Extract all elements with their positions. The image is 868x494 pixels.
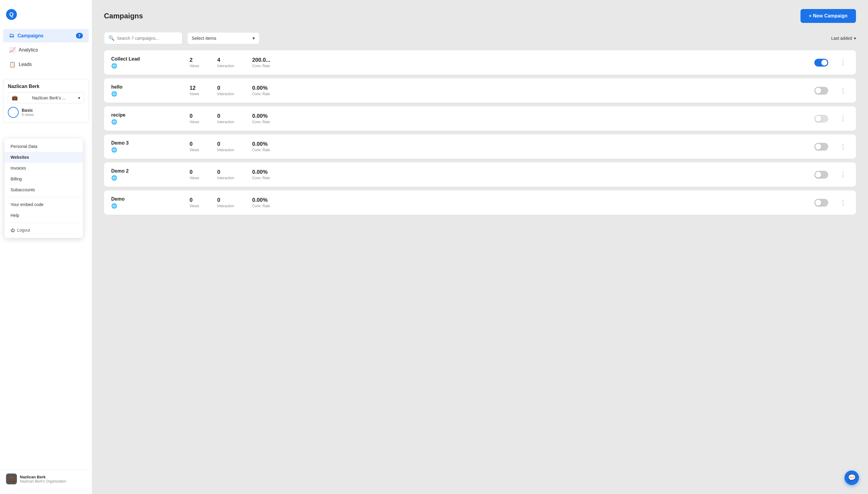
stat-interaction: 0 Interaction	[217, 141, 234, 152]
logout-label: Logout	[17, 228, 30, 232]
user-name: Nazlican Berk	[8, 84, 84, 89]
interaction-label: Interaction	[217, 148, 234, 152]
campaign-name: Demo	[111, 196, 178, 202]
plan-info: Basic 0 views	[8, 107, 84, 118]
campaign-stats: 0 Views 0 Interaction 0.00% Conv. Rate	[178, 141, 814, 152]
sidebar-item-analytics[interactable]: 📈 Analytics	[3, 43, 89, 57]
campaign-card: Collect Lead 🌐 2 Views 4 Interaction 200…	[104, 50, 856, 75]
conv-rate-value: 0.00%	[252, 197, 270, 203]
more-options-button[interactable]: ⋮	[837, 197, 849, 208]
more-options-button[interactable]: ⋮	[837, 170, 849, 180]
workspace-label: Nazlican Berk's ...	[32, 95, 66, 100]
conv-rate-value: 0.00%	[252, 141, 270, 147]
more-options-button[interactable]: ⋮	[837, 58, 849, 68]
sort-chevron-icon: ▾	[854, 36, 856, 41]
campaigns-icon: 🗂	[9, 33, 15, 39]
views-label: Views	[189, 176, 199, 180]
stat-views: 0 Views	[189, 141, 199, 152]
sidebar-item-leads[interactable]: 📋 Leads	[3, 58, 89, 71]
conv-rate-label: Conv. Rate	[252, 64, 270, 68]
toggle-knob	[815, 200, 821, 206]
chat-button[interactable]: 💬	[845, 471, 859, 485]
interaction-label: Interaction	[217, 204, 234, 208]
interaction-label: Interaction	[217, 64, 234, 68]
dropdown-embed-code[interactable]: Your embed code	[4, 199, 83, 210]
toggle-switch[interactable]	[814, 59, 828, 66]
dropdown-subaccounts[interactable]: Subaccounts	[4, 184, 83, 195]
toggle-switch[interactable]	[814, 199, 828, 207]
campaign-globe-icon: 🌐	[111, 119, 117, 125]
campaign-info: Demo 3 🌐	[111, 140, 178, 153]
conv-rate-value: 0.00%	[252, 85, 270, 91]
stat-conv-rate: 0.00% Conv. Rate	[252, 113, 270, 124]
dropdown-logout[interactable]: ⏻ Logout	[4, 225, 83, 235]
campaign-toggle[interactable]	[814, 143, 828, 151]
stat-conv-rate: 0.00% Conv. Rate	[252, 197, 270, 208]
leads-label: Leads	[19, 62, 32, 67]
stat-views: 0 Views	[189, 113, 199, 124]
dropdown-personal-data[interactable]: Personal Data	[4, 141, 83, 152]
toggle-switch[interactable]	[814, 87, 828, 95]
views-value: 2	[189, 57, 199, 63]
more-options-button[interactable]: ⋮	[837, 114, 849, 124]
conv-rate-label: Conv. Rate	[252, 176, 270, 180]
select-filter[interactable]: Select items ▾	[187, 32, 259, 44]
bottom-user-name: Nazlican Berk	[20, 475, 66, 479]
campaign-card: Demo 🌐 0 Views 0 Interaction 0.00% Conv.…	[104, 190, 856, 215]
campaigns-list: Collect Lead 🌐 2 Views 4 Interaction 200…	[104, 50, 856, 215]
campaign-name: Demo 2	[111, 168, 178, 174]
campaign-globe-icon: 🌐	[111, 63, 117, 69]
analytics-icon: 📈	[9, 47, 16, 53]
interaction-value: 0	[217, 197, 234, 203]
campaign-toggle[interactable]	[814, 171, 828, 178]
dropdown-invoices[interactable]: Invoices	[4, 163, 83, 173]
sidebar-footer: 💼 Nazlican Berk Nazlican Berk's Organiza…	[0, 470, 92, 488]
account-dropdown: Personal Data Websites Invoices Billing …	[4, 138, 83, 238]
stat-views: 12 Views	[189, 85, 199, 96]
sidebar-navigation: 🗂 Campaigns 7 📈 Analytics 📋 Leads	[0, 26, 92, 74]
sort-button[interactable]: Last added ▾	[831, 36, 856, 41]
user-section: Nazlican Berk 💼 Nazlican Berk's ... ▾ Ba…	[3, 79, 89, 122]
analytics-label: Analytics	[19, 47, 38, 53]
new-campaign-button[interactable]: + New Campaign	[800, 9, 856, 23]
toggle-switch[interactable]	[814, 143, 828, 151]
toggle-knob	[815, 116, 821, 122]
campaign-toggle[interactable]	[814, 199, 828, 207]
stat-views: 2 Views	[189, 57, 199, 68]
toggle-switch[interactable]	[814, 115, 828, 122]
views-value: 0	[189, 197, 199, 203]
dropdown-help[interactable]: Help	[4, 210, 83, 221]
conv-rate-value: 0.00%	[252, 169, 270, 175]
dropdown-billing[interactable]: Billing	[4, 173, 83, 184]
campaign-stats: 2 Views 4 Interaction 200.0... Conv. Rat…	[178, 57, 814, 68]
app-logo: Q	[6, 9, 17, 20]
search-input[interactable]	[117, 36, 178, 41]
sidebar-item-campaigns[interactable]: 🗂 Campaigns 7	[3, 29, 89, 42]
views-value: 0	[189, 113, 199, 119]
dropdown-websites[interactable]: Websites	[4, 152, 83, 163]
campaign-info: Collect Lead 🌐	[111, 56, 178, 69]
interaction-label: Interaction	[217, 92, 234, 96]
toggle-switch[interactable]	[814, 171, 828, 178]
views-label: Views	[189, 64, 199, 68]
conv-rate-label: Conv. Rate	[252, 204, 270, 208]
search-box: 🔍	[104, 32, 182, 44]
views-label: Views	[189, 120, 199, 124]
campaign-globe-icon: 🌐	[111, 147, 117, 152]
campaign-name: hello	[111, 84, 178, 90]
stat-conv-rate: 0.00% Conv. Rate	[252, 169, 270, 180]
campaign-toggle[interactable]	[814, 59, 828, 66]
stat-interaction: 0 Interaction	[217, 197, 234, 208]
interaction-value: 0	[217, 85, 234, 91]
campaign-info: recipe 🌐	[111, 112, 178, 125]
campaigns-label: Campaigns	[17, 33, 43, 39]
campaign-toggle[interactable]	[814, 87, 828, 95]
more-options-button[interactable]: ⋮	[837, 141, 849, 152]
workspace-selector[interactable]: 💼 Nazlican Berk's ... ▾	[8, 92, 84, 103]
more-options-button[interactable]: ⋮	[837, 86, 849, 96]
plan-circle	[8, 107, 19, 118]
campaign-name: Demo 3	[111, 140, 178, 146]
plan-details: Basic 0 views	[22, 108, 34, 117]
stat-conv-rate: 200.0... Conv. Rate	[252, 57, 270, 68]
campaign-toggle[interactable]	[814, 115, 828, 122]
